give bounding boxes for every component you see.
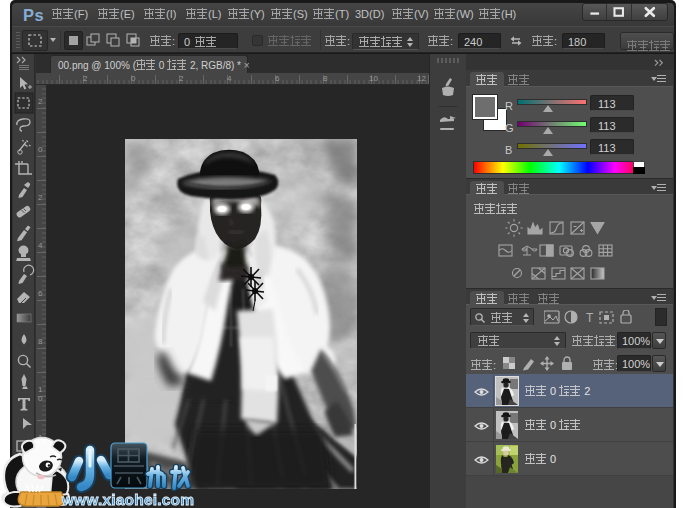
svg-text:T: T (586, 311, 594, 325)
svg-text:www.xiaohei.com: www.xiaohei.com (61, 491, 195, 508)
